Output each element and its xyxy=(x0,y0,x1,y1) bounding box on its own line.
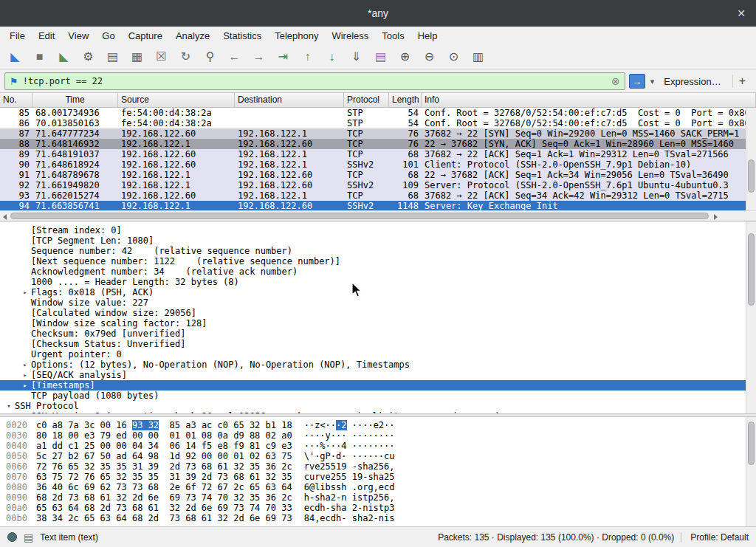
detail-line[interactable]: Checksum: 0x79ed [unverified] xyxy=(0,328,756,339)
menu-item-tools[interactable]: Tools xyxy=(375,27,410,44)
go-back-button[interactable]: ← xyxy=(222,47,247,67)
go-forward-button[interactable]: → xyxy=(247,47,271,67)
hex-row[interactable]: 00a065 63 64 68 2d 73 68 61 32 2d 6e 69 … xyxy=(6,503,756,513)
details-vscrollbar[interactable] xyxy=(746,221,756,413)
menu-item-analyze[interactable]: Analyze xyxy=(169,27,216,44)
menu-item-capture[interactable]: Capture xyxy=(122,27,169,44)
column-header-time[interactable]: Time xyxy=(32,93,118,107)
menu-item-edit[interactable]: Edit xyxy=(32,27,61,44)
close-file-button[interactable]: ☒ xyxy=(149,47,173,67)
detail-line[interactable]: [Calculated window size: 29056] xyxy=(0,308,756,318)
packet-row[interactable]: 8771.647777234192.168.122.60192.168.122.… xyxy=(0,128,756,139)
hex-row[interactable]: 003080 18 00 e3 79 ed 00 00 01 01 08 0a … xyxy=(6,430,756,441)
column-header-source[interactable]: Source xyxy=(118,93,235,107)
restart-capture-button[interactable]: ◣ xyxy=(52,47,76,67)
detail-line[interactable]: [Stream index: 0] xyxy=(0,225,756,235)
scrollbar-thumb[interactable] xyxy=(748,422,755,465)
menu-item-help[interactable]: Help xyxy=(411,27,444,44)
expert-info-icon[interactable] xyxy=(7,532,17,542)
scroll-left-icon[interactable] xyxy=(0,211,10,221)
resize-columns-button[interactable]: ▥ xyxy=(466,47,490,67)
hex-row[interactable]: 008036 40 6c 69 62 73 73 68 2e 6f 72 67 … xyxy=(6,482,756,492)
expander-icon[interactable]: ▸ xyxy=(19,370,31,380)
scrollbar-thumb[interactable] xyxy=(748,233,755,306)
zoom-in-button[interactable]: ⊕ xyxy=(393,47,417,67)
menu-item-file[interactable]: File xyxy=(3,27,32,44)
detail-line[interactable]: SSH Version 2 (encryption:chacha20-poly1… xyxy=(0,411,756,414)
go-to-packet-button[interactable]: ⇥ xyxy=(271,47,295,67)
packet-row[interactable]: 8871.648146932192.168.122.1192.168.122.6… xyxy=(0,139,756,149)
packet-row[interactable]: 8971.648191037192.168.122.60192.168.122.… xyxy=(0,149,756,159)
display-filter-input[interactable]: ⚑ !tcp.port == 22 ⊗ xyxy=(4,72,625,90)
add-filter-button[interactable]: + xyxy=(732,75,752,88)
detail-line[interactable]: [TCP Segment Len: 1080] xyxy=(0,235,756,246)
detail-line[interactable]: [Window size scaling factor: 128] xyxy=(0,318,756,328)
detail-line[interactable]: 1000 .... = Header Length: 32 bytes (8) xyxy=(0,277,756,287)
detail-line[interactable]: [Next sequence number: 1122 (relative se… xyxy=(0,256,756,266)
scrollbar-thumb[interactable] xyxy=(10,213,709,219)
hex-row[interactable]: 00505c 27 b2 67 50 ad 64 98 1d 92 00 00 … xyxy=(6,451,756,461)
menu-item-telephony[interactable]: Telephony xyxy=(268,27,325,44)
hex-row[interactable]: 009068 2d 73 68 61 32 2d 6e 69 73 74 70 … xyxy=(6,492,756,503)
filter-clear-icon[interactable]: ⊗ xyxy=(611,75,620,87)
colorize-button[interactable]: ▤ xyxy=(368,47,393,67)
hex-vscrollbar[interactable] xyxy=(746,417,756,526)
stop-capture-button[interactable]: ■ xyxy=(27,47,52,67)
open-file-button[interactable]: ▤ xyxy=(100,47,125,67)
filter-bookmark-icon[interactable]: ⚑ xyxy=(10,76,18,87)
column-header-length[interactable]: Length xyxy=(389,93,422,107)
detail-line[interactable]: [Checksum Status: Unverified] xyxy=(0,339,756,349)
capture-options-button[interactable]: ⚙ xyxy=(76,47,100,67)
column-header-destination[interactable]: Destination xyxy=(235,93,344,107)
column-header-info[interactable]: Info xyxy=(422,93,756,107)
detail-line[interactable]: ▸Flags: 0x018 (PSH, ACK) xyxy=(0,287,756,297)
filter-history-dropdown-icon[interactable]: ▾ xyxy=(649,77,656,86)
save-file-button[interactable]: ▦ xyxy=(125,47,149,67)
close-button[interactable]: ✕ xyxy=(737,0,746,27)
detail-line[interactable]: Sequence number: 42 (relative sequence n… xyxy=(0,246,756,256)
filter-text[interactable]: !tcp.port == 22 xyxy=(23,76,607,86)
hex-row[interactable]: 0040a1 dd c1 25 00 00 04 34 06 14 f5 e8 … xyxy=(6,441,756,451)
menu-item-statistics[interactable]: Statistics xyxy=(216,27,268,44)
hex-row[interactable]: 007063 75 72 76 65 32 35 35 31 39 2d 73 … xyxy=(6,472,756,482)
menu-item-go[interactable]: Go xyxy=(95,27,121,44)
scrollbar-thumb[interactable] xyxy=(748,159,755,193)
packet-list-vscrollbar[interactable] xyxy=(746,108,756,211)
start-capture-button[interactable]: ◣ xyxy=(3,47,27,67)
packet-row[interactable]: 9171.648789678192.168.122.1192.168.122.6… xyxy=(0,170,756,180)
detail-line[interactable]: ▸[SEQ/ACK analysis] xyxy=(0,370,756,380)
profile-button[interactable]: Profile: Default xyxy=(681,532,749,543)
detail-line[interactable]: Acknowledgment number: 34 (relative ack … xyxy=(0,266,756,277)
find-packet-button[interactable]: ⚲ xyxy=(198,47,222,67)
capture-comment-icon[interactable]: ▤ xyxy=(24,531,33,543)
menu-item-wireless[interactable]: Wireless xyxy=(325,27,375,44)
packet-row[interactable]: 9271.661949820192.168.122.1192.168.122.6… xyxy=(0,180,756,190)
scroll-right-icon[interactable] xyxy=(710,211,721,221)
packet-row[interactable]: 9471.663856741192.168.122.1192.168.122.6… xyxy=(0,201,756,211)
reload-file-button[interactable]: ↻ xyxy=(173,47,198,67)
expression-button[interactable]: Expression… xyxy=(659,76,725,87)
detail-line[interactable]: Window size value: 227 xyxy=(0,297,756,308)
hex-row[interactable]: 0020c0 a8 7a 3c 00 16 93 32 85 a3 ac c0 … xyxy=(6,420,756,430)
expander-icon[interactable]: ▸ xyxy=(19,380,31,391)
packet-row[interactable]: 9071.648618924192.168.122.60192.168.122.… xyxy=(0,159,756,170)
column-header-no[interactable]: No. xyxy=(0,93,32,107)
expander-icon[interactable]: ▾ xyxy=(3,401,15,411)
go-first-button[interactable]: ↑ xyxy=(295,47,320,67)
detail-line[interactable]: TCP payload (1080 bytes) xyxy=(0,391,756,401)
filter-apply-button[interactable]: → xyxy=(629,74,645,89)
expander-icon[interactable]: ▸ xyxy=(19,359,31,370)
packet-row[interactable]: 8670.013850163fe:54:00:d4:38:2aSTP54Conf… xyxy=(0,118,756,128)
packet-row[interactable]: 9371.662015274192.168.122.60192.168.122.… xyxy=(0,190,756,201)
hex-row[interactable]: 00b038 34 2c 65 63 64 68 2d 73 68 61 32 … xyxy=(6,513,756,523)
menu-item-view[interactable]: View xyxy=(61,27,95,44)
zoom-out-button[interactable]: ⊖ xyxy=(417,47,441,67)
detail-line[interactable]: ▸Options: (12 bytes), No-Operation (NOP)… xyxy=(0,359,756,370)
expander-icon[interactable]: ▸ xyxy=(19,287,31,297)
packet-row[interactable]: 8568.001734936fe:54:00:d4:38:2aSTP54Conf… xyxy=(0,108,756,118)
detail-line[interactable]: Urgent pointer: 0 xyxy=(0,349,756,359)
packet-list-hscrollbar[interactable] xyxy=(0,210,756,221)
detail-line[interactable]: ▾SSH Protocol xyxy=(0,401,756,411)
detail-line[interactable]: ▸[Timestamps] xyxy=(0,380,756,391)
column-header-protocol[interactable]: Protocol xyxy=(344,93,389,107)
